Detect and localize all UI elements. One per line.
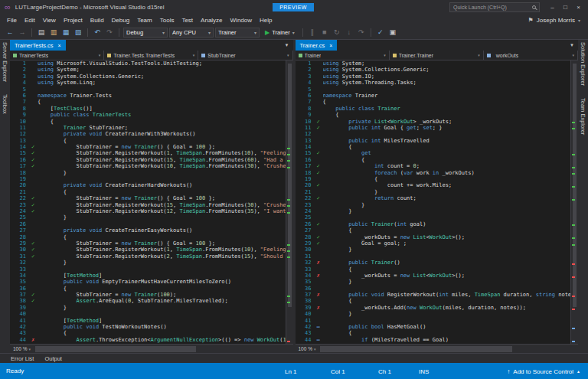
code-line[interactable]: 22✓ StubTrainer = new Trainer() { Goal =… [10, 195, 286, 201]
code-line[interactable]: 6namespace Trainer [296, 93, 571, 99]
test-fail-icon[interactable]: ✗ [314, 273, 323, 279]
code-line[interactable]: 1using System; [296, 60, 571, 67]
code-line[interactable]: 19 [10, 176, 286, 182]
code-line[interactable]: 13 public int MilesTravelled [296, 138, 571, 144]
code-line[interactable]: 38 { [296, 298, 571, 304]
code-line[interactable]: 19 { [296, 176, 571, 182]
new-file-icon[interactable]: ▤ [36, 29, 47, 36]
code-area[interactable]: 1using System;2using System.Collections.… [296, 60, 571, 344]
code-line[interactable]: 13 { [10, 138, 286, 144]
menu-project[interactable]: Project [60, 17, 87, 24]
save-icon[interactable]: ▦ [60, 29, 71, 36]
code-line[interactable]: 24✓ StubTrainer.RegisterWorkout(12, Time… [10, 208, 286, 214]
code-line[interactable]: 31✓ StubTrainer.RegisterWorkout(2, TimeS… [10, 253, 286, 260]
code-line[interactable]: 27 { [296, 227, 571, 234]
code-line[interactable]: 43 { [10, 330, 286, 336]
test-pass-icon[interactable]: ✓ [314, 234, 323, 240]
pause-icon[interactable]: ∥ [307, 29, 318, 36]
code-area[interactable]: 1using Microsoft.VisualStudio.TestTools.… [10, 60, 286, 344]
live-unit-testing-icon[interactable]: ✓ [375, 29, 386, 36]
notifications-flag-icon[interactable]: ⚑ [528, 17, 534, 24]
restart-icon[interactable]: ↻ [332, 29, 342, 36]
code-line[interactable]: 16✓ StubTrainer.RegisterWorkout(15, Time… [10, 157, 286, 163]
code-line[interactable]: 12 [296, 131, 571, 137]
menu-build[interactable]: Build [87, 17, 108, 24]
test-pass-icon[interactable]: ✓ [314, 119, 323, 125]
code-line[interactable]: 4using System.Threading.Tasks; [296, 80, 571, 86]
find-in-files-icon[interactable]: ▣ [387, 29, 398, 36]
code-line[interactable]: 7{ [10, 99, 286, 105]
test-pass-icon[interactable]: ✓ [314, 150, 323, 156]
code-line[interactable]: 32✗ public Trainer() [296, 260, 571, 266]
test-pass-icon[interactable]: ✓ [314, 125, 323, 131]
code-line[interactable]: 34 [TestMethod] [10, 273, 286, 279]
code-line[interactable]: 33 { [296, 266, 571, 273]
stop-icon[interactable]: ■ [319, 29, 330, 36]
code-line[interactable]: 12 private void CreateTrainerWith3Workou… [10, 131, 286, 137]
code-line[interactable]: 36 [296, 286, 571, 292]
test-pass-icon[interactable]: ✓ [314, 170, 323, 176]
menu-file[interactable]: File [3, 17, 21, 24]
code-line[interactable]: 35 public void EmptyTrainerMustHaveCurre… [10, 279, 286, 285]
code-line[interactable]: 39✗ _workOuts.Add(new WorkOut(miles, dur… [296, 305, 571, 311]
code-line[interactable]: 41 [296, 318, 571, 324]
vertical-scrollbar[interactable] [570, 60, 578, 344]
nav-dropdown-2[interactable]: StubTrainer▾ [198, 51, 292, 60]
scrollbar-thumb[interactable] [573, 64, 577, 307]
code-line[interactable]: 21 } [296, 189, 571, 195]
menu-team[interactable]: Team [133, 17, 156, 24]
menu-test[interactable]: Test [178, 17, 197, 24]
code-line[interactable]: 29✓ Goal = goal; ; [296, 240, 571, 247]
code-line[interactable]: 7{ [296, 99, 571, 105]
code-line[interactable]: 41 [TestMethod] [10, 318, 286, 324]
code-line[interactable]: 23 } [296, 202, 571, 208]
menu-window[interactable]: Window [227, 17, 256, 24]
code-line[interactable]: 44— if (MilesTravelled == Goal) [296, 337, 571, 343]
code-line[interactable]: 42— public bool HasMetGoal() [296, 324, 571, 330]
code-line[interactable]: 32 } [10, 260, 286, 266]
nav-dropdown-1[interactable]: Trainer.Tests.TrainerTests▾ [104, 51, 198, 60]
tool-tab-team-explorer[interactable]: Team Explorer [580, 98, 586, 135]
code-line[interactable]: 34✗ _workOuts = new List<WorkOut>(); [296, 273, 571, 279]
code-line[interactable]: 29✓ StubTrainer = new Trainer() { Goal =… [10, 240, 286, 247]
test-pass-icon[interactable]: ✓ [28, 202, 38, 208]
tool-tab-solution-explorer[interactable]: Solution Explorer [580, 42, 586, 86]
code-line[interactable]: 18✓ foreach (var work in _workOuts) [296, 170, 571, 176]
save-all-icon[interactable]: ▧ [73, 29, 83, 36]
test-pass-icon[interactable]: ✓ [314, 182, 323, 188]
minimize-button[interactable]: – [546, 4, 559, 11]
code-line[interactable]: 8 public class Trainer [296, 106, 571, 112]
test-pass-icon[interactable]: ✓ [314, 195, 323, 201]
editor-tab-trainer[interactable]: Trainer.cs × [296, 40, 338, 51]
code-line[interactable]: 40 } [296, 311, 571, 317]
test-fail-icon[interactable]: ✗ [314, 292, 323, 298]
code-line[interactable]: 14 { [296, 144, 571, 150]
test-pass-icon[interactable]: ✓ [28, 195, 38, 201]
code-line[interactable]: 17✓ int count = 0; [296, 163, 571, 169]
test-pass-icon[interactable]: ✓ [28, 163, 38, 169]
code-line[interactable]: 4using System.Linq; [10, 80, 286, 86]
code-line[interactable]: 15✓ StubTrainer.RegisterWorkout(1, TimeS… [10, 150, 286, 156]
code-line[interactable]: 2using System; [10, 67, 286, 73]
code-line[interactable]: 25 } [10, 214, 286, 221]
code-line[interactable]: 26✓ public Trainer(int goal) [296, 221, 571, 227]
maximize-button[interactable]: □ [559, 4, 572, 11]
panel-tab-output[interactable]: Output [40, 355, 67, 362]
step-into-icon[interactable]: ↓ [344, 29, 354, 36]
test-fail-icon[interactable]: ✗ [314, 260, 323, 266]
code-line[interactable]: 31 [296, 253, 571, 260]
code-line[interactable]: 21 { [10, 189, 286, 195]
test-pass-icon[interactable]: ✓ [28, 157, 38, 163]
code-line[interactable]: 6namespace Trainer.Tests [10, 93, 286, 99]
code-line[interactable]: 40 [10, 311, 286, 317]
test-pass-icon[interactable]: ✓ [28, 144, 38, 150]
test-pass-icon[interactable]: ✓ [28, 208, 38, 214]
code-line[interactable]: 42 public void TestNoWorkoutNotes() [10, 324, 286, 330]
code-line[interactable]: 1using Microsoft.VisualStudio.TestTools.… [10, 60, 286, 67]
menu-view[interactable]: View [39, 17, 60, 24]
code-line[interactable]: 22✓ return count; [296, 195, 571, 201]
scrollbar-thumb[interactable] [288, 64, 292, 307]
vertical-scrollbar[interactable] [286, 60, 293, 344]
code-line[interactable]: 36 { [10, 286, 286, 292]
code-line[interactable]: 30 } [296, 247, 571, 253]
